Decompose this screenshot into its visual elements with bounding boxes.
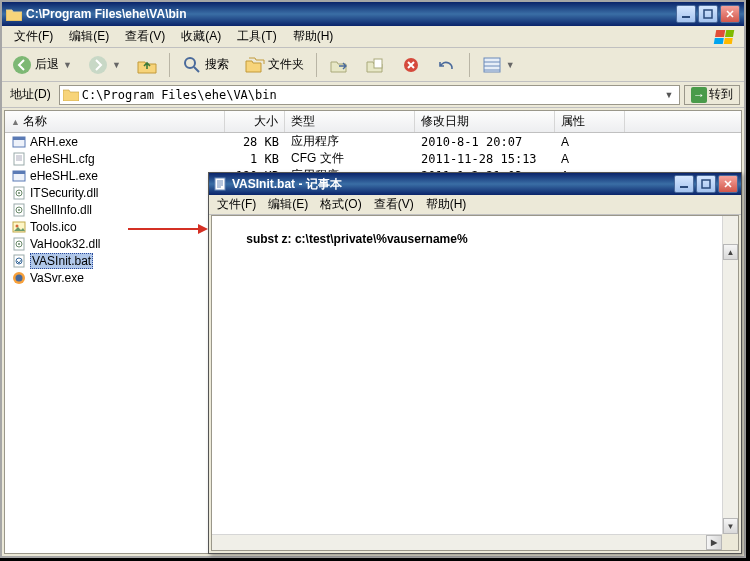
svg-point-18 xyxy=(18,209,20,211)
notepad-menu-edit[interactable]: 编辑(E) xyxy=(262,194,314,215)
forward-icon xyxy=(88,55,108,75)
address-label: 地址(D) xyxy=(6,86,55,103)
notepad-menu-help[interactable]: 帮助(H) xyxy=(420,194,473,215)
file-name: VaHook32.dll xyxy=(30,237,101,251)
search-button[interactable]: 搜索 xyxy=(176,52,235,78)
forward-button[interactable]: ▼ xyxy=(82,52,127,78)
undo-button[interactable] xyxy=(431,52,463,78)
file-icon xyxy=(11,169,27,183)
notepad-window: VASInit.bat - 记事本 文件(F) 编辑(E) 格式(O) 查看(V… xyxy=(208,172,742,554)
sort-asc-icon: ▲ xyxy=(11,117,20,127)
column-date[interactable]: 修改日期 xyxy=(415,111,555,132)
list-header: ▲名称 大小 类型 修改日期 属性 xyxy=(5,111,741,133)
maximize-button[interactable] xyxy=(696,175,716,193)
svg-rect-0 xyxy=(682,16,690,18)
folders-button[interactable]: 文件夹 xyxy=(239,52,310,78)
table-row[interactable]: eHeSHL.cfg1 KBCFG 文件2011-11-28 15:13A xyxy=(5,150,741,167)
file-name: Tools.ico xyxy=(30,220,77,234)
menu-file[interactable]: 文件(F) xyxy=(6,26,61,47)
file-date: 2011-11-28 15:13 xyxy=(415,152,555,166)
column-attr[interactable]: 属性 xyxy=(555,111,625,132)
menu-favorites[interactable]: 收藏(A) xyxy=(173,26,229,47)
notepad-titlebar[interactable]: VASInit.bat - 记事本 xyxy=(209,173,741,195)
table-row[interactable]: ARH.exe28 KB应用程序2010-8-1 20:07A xyxy=(5,133,741,150)
window-buttons xyxy=(674,175,738,193)
back-button[interactable]: 后退 ▼ xyxy=(6,52,78,78)
svg-rect-9 xyxy=(13,137,25,140)
dropdown-icon[interactable]: ▼ xyxy=(662,90,676,100)
notepad-menu-view[interactable]: 查看(V) xyxy=(368,194,420,215)
file-size: 28 KB xyxy=(225,135,285,149)
notepad-textarea[interactable]: subst z: c:\test\private\%vausername% ▲ … xyxy=(211,215,739,551)
address-input[interactable]: C:\Program Files\ehe\VA\bin ▼ xyxy=(59,85,680,105)
back-label: 后退 xyxy=(35,56,59,73)
views-icon xyxy=(482,55,502,75)
column-name[interactable]: ▲名称 xyxy=(5,111,225,132)
svg-rect-30 xyxy=(215,178,225,190)
delete-button[interactable] xyxy=(395,52,427,78)
column-type[interactable]: 类型 xyxy=(285,111,415,132)
address-bar: 地址(D) C:\Program Files\ehe\VA\bin ▼ → 转到 xyxy=(2,82,744,108)
menu-tools[interactable]: 工具(T) xyxy=(229,26,284,47)
notepad-icon xyxy=(212,177,228,191)
separator xyxy=(169,53,170,77)
svg-point-3 xyxy=(89,56,107,74)
menu-help[interactable]: 帮助(H) xyxy=(285,26,342,47)
move-to-icon xyxy=(329,55,349,75)
address-text: C:\Program Files\ehe\VA\bin xyxy=(82,88,659,102)
file-name: ITSecurity.dll xyxy=(30,186,98,200)
svg-point-15 xyxy=(18,192,20,194)
scrollbar-vertical[interactable]: ▲ ▼ xyxy=(722,216,738,534)
explorer-titlebar[interactable]: C:\Program Files\ehe\VA\bin xyxy=(2,2,744,26)
caret-icon: ▼ xyxy=(63,60,72,70)
column-size[interactable]: 大小 xyxy=(225,111,285,132)
menu-edit[interactable]: 编辑(E) xyxy=(61,26,117,47)
file-name: VASInit.bat xyxy=(30,253,93,269)
folder-icon xyxy=(6,7,22,21)
folders-icon xyxy=(245,55,265,75)
notepad-menu-format[interactable]: 格式(O) xyxy=(314,194,367,215)
file-icon xyxy=(11,271,27,285)
explorer-menubar: 文件(F) 编辑(E) 查看(V) 收藏(A) 工具(T) 帮助(H) xyxy=(2,26,744,48)
back-icon xyxy=(12,55,32,75)
file-icon xyxy=(11,186,27,200)
file-name: eHeSHL.cfg xyxy=(30,152,95,166)
maximize-button[interactable] xyxy=(698,5,718,23)
minimize-button[interactable] xyxy=(676,5,696,23)
scrollbar-horizontal[interactable]: ◀ ▶ xyxy=(212,534,722,550)
up-button[interactable] xyxy=(131,52,163,78)
notepad-content: subst z: c:\test\private\%vausername% xyxy=(246,232,467,246)
svg-point-4 xyxy=(185,58,195,68)
file-name: VaSvr.exe xyxy=(30,271,84,285)
copy-to-button[interactable] xyxy=(359,52,391,78)
svg-point-23 xyxy=(18,243,20,245)
file-icon xyxy=(11,237,27,251)
scroll-down-button[interactable]: ▼ xyxy=(723,518,738,534)
window-buttons xyxy=(676,5,740,23)
caret-icon: ▼ xyxy=(112,60,121,70)
notepad-menu-file[interactable]: 文件(F) xyxy=(211,194,262,215)
scroll-right-button[interactable]: ▶ xyxy=(706,535,722,550)
explorer-title-text: C:\Program Files\ehe\VA\bin xyxy=(26,7,676,21)
close-button[interactable] xyxy=(718,175,738,193)
go-button[interactable]: → 转到 xyxy=(684,85,740,105)
notepad-menubar: 文件(F) 编辑(E) 格式(O) 查看(V) 帮助(H) xyxy=(209,195,741,215)
scroll-up-button[interactable]: ▲ xyxy=(723,244,738,260)
move-to-button[interactable] xyxy=(323,52,355,78)
file-name: ShellInfo.dll xyxy=(30,203,92,217)
separator xyxy=(469,53,470,77)
folder-icon xyxy=(63,88,79,101)
file-icon xyxy=(11,203,27,217)
views-button[interactable]: ▼ xyxy=(476,52,521,78)
up-folder-icon xyxy=(137,55,157,75)
go-arrow-icon: → xyxy=(691,87,707,103)
minimize-button[interactable] xyxy=(674,175,694,193)
folders-label: 文件夹 xyxy=(268,56,304,73)
explorer-toolbar: 后退 ▼ ▼ 搜索 文件夹 ▼ xyxy=(2,48,744,82)
menu-view[interactable]: 查看(V) xyxy=(117,26,173,47)
close-button[interactable] xyxy=(720,5,740,23)
svg-rect-31 xyxy=(680,186,688,188)
svg-point-2 xyxy=(13,56,31,74)
file-name: ARH.exe xyxy=(30,135,78,149)
file-icon xyxy=(11,220,27,234)
